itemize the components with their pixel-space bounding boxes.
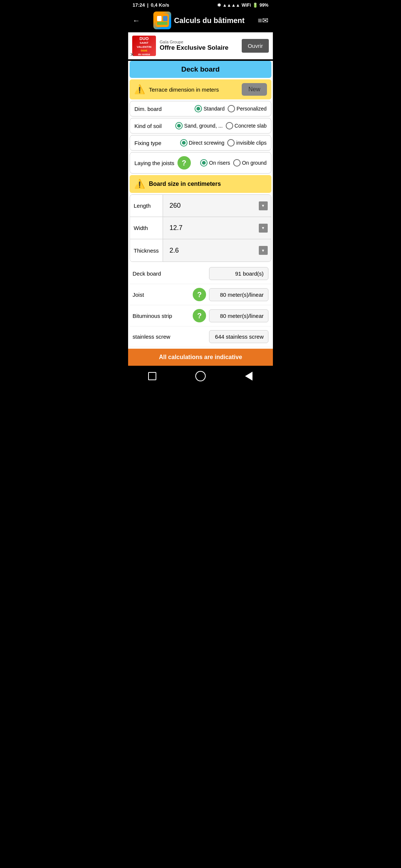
main-content: Deck board ⚠️ Terrace dimension in meter… [128,61,273,366]
ad-banner: L'Offre DUO SAINT VALENTIN 500€ de remis… [128,32,273,59]
dim-board-row: Dim. board Standard Personalized [130,101,271,116]
ad-image: L'Offre DUO SAINT VALENTIN 500€ de remis… [132,36,156,56]
length-dropdown[interactable]: ▼ [259,201,268,210]
nav-square-icon [148,372,156,380]
soil-row: Kind of soil Sand, ground, ... Concrete … [130,118,271,134]
nav-bar [128,366,273,387]
menu-email-button[interactable]: ≡✉ [258,16,268,25]
soil-concrete[interactable]: Concrete slab [226,122,267,129]
length-input-row: ▼ [163,195,271,217]
joists-ground-radio[interactable] [233,159,241,167]
dim-board-standard-radio[interactable] [195,105,202,112]
measure-labels: Length Width Thickness [130,195,163,262]
fixing-clips[interactable]: invisible clips [227,139,267,147]
joists-risers-label: On risers [209,160,230,166]
status-right: ✱ ▲▲▲▲ WiFi 🔋 99% [217,3,268,8]
bluetooth-icon: ✱ [217,3,221,8]
terrace-warning-text: Terrace dimension in meters [149,86,238,93]
status-left: 17:24 | 0,4 Ko/s [133,2,169,8]
dim-board-label: Dim. board [134,106,162,112]
dim-board-personalized-radio[interactable] [228,105,235,112]
dim-board-standard[interactable]: Standard [195,105,225,112]
deck-board-value: 91 board(s) [209,267,268,280]
thickness-input-row: ▼ [163,239,271,262]
joist-result: Joist ? 80 meter(s)/linear [130,284,271,305]
fixing-direct-radio[interactable] [180,139,188,147]
length-label: Length [130,195,163,217]
joists-row: Laying the joists ? On risers On ground [130,152,271,174]
soil-concrete-radio[interactable] [226,122,233,129]
nav-square-button[interactable] [146,369,159,383]
soil-options: Sand, ground, ... Concrete slab [164,122,267,129]
soil-sand-radio[interactable] [175,122,183,129]
nav-back-button[interactable] [242,369,255,383]
joists-ground-label: On ground [242,160,267,166]
svg-rect-1 [157,16,162,21]
section-title: Deck board [130,61,271,78]
joists-help-button[interactable]: ? [177,156,191,170]
battery-icon: 🔋 [252,3,258,8]
ad-open-button[interactable]: Ouvrir [242,39,269,53]
wifi-icon: WiFi [242,3,251,8]
joist-help-button[interactable]: ? [193,288,206,301]
soil-label: Kind of soil [134,123,162,129]
length-input[interactable] [167,199,259,213]
measurements-section: Length Width Thickness ▼ ▼ ▼ [130,194,271,262]
joist-value: 80 meter(s)/linear [209,288,268,301]
soil-concrete-label: Concrete slab [235,123,267,129]
fixing-row: Fixing type Direct screwing invisible cl… [130,135,271,151]
thickness-label: Thickness [130,239,163,262]
screw-label: stainless screw [133,333,206,340]
dim-board-options: Standard Personalized [164,105,267,112]
svg-rect-2 [163,16,167,21]
terrace-warning-row: ⚠️ Terrace dimension in meters New [130,79,271,99]
screw-result: stainless screw 644 stainless screw [130,326,271,347]
fixing-label: Fixing type [134,140,162,146]
fixing-direct-label: Direct screwing [189,140,225,146]
bituminous-label: Bituminous strip [133,313,190,319]
fixing-direct[interactable]: Direct screwing [180,139,225,147]
status-time: 17:24 [133,2,145,8]
fixing-options: Direct screwing invisible clips [164,139,267,147]
ad-text: Gaïa Groupe Offre Exclusive Solaire [160,40,238,52]
back-button[interactable]: ← [133,16,140,25]
fixing-clips-radio[interactable] [227,139,235,147]
bituminous-value: 80 meter(s)/linear [209,309,268,322]
bituminous-help-button[interactable]: ? [193,309,206,322]
ad-close-button[interactable]: ✕ [130,52,134,57]
width-dropdown[interactable]: ▼ [259,224,268,233]
width-label: Width [130,217,163,239]
measure-inner: Length Width Thickness ▼ ▼ ▼ [130,195,271,262]
nav-home-button[interactable] [194,369,207,383]
joist-label: Joist [133,292,190,298]
soil-sand-label: Sand, ground, ... [184,123,223,129]
signal-icon: ▲▲▲▲ [222,3,240,8]
board-size-title: Board size in centimeters [149,181,221,187]
joists-on-risers[interactable]: On risers [200,159,230,167]
nav-triangle-icon [245,372,252,381]
status-data: | [147,2,149,8]
soil-sand[interactable]: Sand, ground, ... [175,122,223,129]
measure-inputs: ▼ ▼ ▼ [163,195,271,262]
nav-circle-icon [195,371,206,381]
new-button[interactable]: New [242,83,267,96]
deck-board-result: Deck board 91 board(s) [130,263,271,284]
svg-rect-3 [157,22,167,25]
joists-on-ground[interactable]: On ground [233,159,267,167]
dim-board-personalized[interactable]: Personalized [228,105,267,112]
board-size-row: ⚠️ Board size in centimeters [130,175,271,193]
thickness-input[interactable] [167,244,259,257]
fixing-clips-label: invisible clips [236,140,267,146]
app-title: Calculs du bâtiment [174,16,245,25]
app-header: ← Calculs du bâtiment ≡✉ [128,9,273,32]
deck-board-label: Deck board [133,270,206,277]
warning-icon: ⚠️ [134,84,145,95]
screw-value: 644 stainless screw [209,330,268,343]
thickness-dropdown[interactable]: ▼ [259,246,268,255]
results-section: Deck board 91 board(s) Joist ? 80 meter(… [128,263,273,347]
status-bar: 17:24 | 0,4 Ko/s ✱ ▲▲▲▲ WiFi 🔋 99% [128,0,273,9]
app-logo [153,11,171,29]
joists-risers-radio[interactable] [200,159,208,167]
width-input[interactable] [167,221,259,235]
joists-options: On risers On ground [194,159,267,167]
